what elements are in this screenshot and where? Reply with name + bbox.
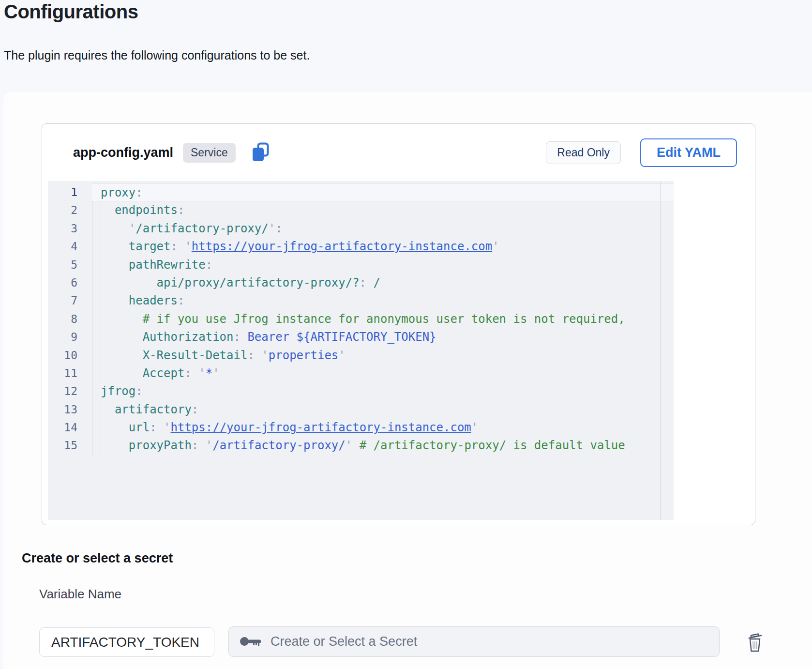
code-token-key: url [129, 421, 150, 434]
code-line: headers: [92, 292, 674, 310]
edit-yaml-button[interactable]: Edit YAML [640, 138, 737, 167]
code-token-str: * [206, 366, 212, 380]
indent-guide [101, 347, 115, 365]
code-line: artifactory: [92, 401, 674, 419]
card-header-right: Read Only Edit YAML [546, 138, 737, 167]
variable-name-label: Variable Name [39, 587, 121, 602]
indent-guide [101, 328, 115, 346]
code-token-q: ' [492, 240, 499, 253]
code-line: # if you use Jfrog instance for anonymou… [92, 310, 674, 328]
code-token-plain [352, 439, 359, 452]
code-token-key: /artifactory-proxy/ [135, 222, 269, 235]
indent-guide [115, 274, 129, 292]
editor-content: proxy:endpoints:'/artifactory-proxy/':ta… [92, 183, 674, 455]
line-number: 5 [48, 256, 77, 274]
code-line: api/proxy/artifactory-proxy/?: / [92, 274, 674, 292]
code-token-link[interactable]: https://your-jfrog-artifactory-instance.… [192, 240, 492, 253]
variable-name-input[interactable] [39, 627, 214, 657]
code-token-key: X-Result-Detail [143, 349, 248, 362]
key-icon [240, 636, 262, 648]
code-token-str: Bearer ${ARTIFACTORY_TOKEN} [247, 330, 436, 344]
code-line: '/artifactory-proxy/': [92, 220, 674, 238]
read-only-button[interactable]: Read Only [546, 141, 621, 164]
line-number: 9 [48, 328, 77, 346]
code-line: Authorization: Bearer ${ARTIFACTORY_TOKE… [92, 328, 674, 346]
indent-guide [115, 365, 129, 382]
indent-guide [129, 328, 143, 346]
code-token-punc: : [170, 240, 184, 253]
code-token-q: ' [206, 439, 212, 452]
indent-guide [129, 347, 143, 365]
code-token-link[interactable]: https://your-jfrog-artifactory-instance.… [171, 421, 471, 434]
line-number: 3 [48, 220, 77, 238]
config-filename: app-config.yaml [73, 145, 173, 160]
indent-guide [115, 292, 129, 310]
indent-guide [143, 274, 157, 292]
secret-section-heading: Create or select a secret [22, 551, 173, 566]
code-line: url: 'https://your-jfrog-artifactory-ins… [92, 419, 674, 437]
secret-select-field[interactable]: Create or Select a Secret [228, 626, 720, 657]
code-line: proxy: [92, 183, 674, 201]
code-line: Accept: '*' [92, 365, 674, 382]
code-token-str: /artifactory-proxy/ [212, 439, 346, 452]
code-token-comment: # if you use Jfrog instance for anonymou… [143, 312, 625, 326]
code-line: X-Result-Detail: 'properties' [92, 347, 674, 365]
code-token-punc: : [150, 421, 164, 434]
code-token-punc: : [178, 294, 184, 307]
content-panel: app-config.yaml Service Read Only Edit Y… [3, 92, 812, 669]
indent-guide [101, 419, 115, 437]
indent-guide [129, 310, 143, 328]
line-number: 2 [48, 201, 77, 219]
card-header: app-config.yaml Service Read Only Edit Y… [73, 124, 737, 181]
code-token-comment: # /artifactory-proxy/ is default value [360, 439, 625, 452]
trash-icon[interactable] [745, 632, 765, 653]
code-line: endpoints: [92, 201, 674, 219]
code-token-punc: : [247, 349, 261, 362]
code-line: jfrog: [92, 382, 674, 400]
code-token-key: artifactory [115, 403, 192, 416]
indent-guide [101, 437, 115, 455]
code-token-key: proxyPath [129, 439, 192, 452]
code-token-punc: : [192, 439, 206, 452]
code-token-str: properties [269, 349, 339, 362]
indent-guide [115, 256, 129, 274]
line-number: 11 [48, 365, 77, 382]
indent-guide [115, 220, 129, 238]
page-subtitle: The plugin requires the following config… [4, 48, 310, 62]
indent-guide [101, 256, 115, 274]
indent-guide [115, 347, 129, 365]
code-token-key: / [374, 276, 380, 289]
code-token-q: ' [261, 349, 268, 362]
line-number: 4 [48, 238, 77, 256]
code-token-q: ' [198, 366, 205, 380]
editor-scrollbar[interactable] [660, 181, 661, 520]
code-token-punc: : [206, 258, 212, 272]
code-token-punc: : [234, 330, 248, 344]
code-token-q: ' [164, 421, 170, 434]
code-token-key: proxy [101, 186, 135, 199]
code-token-q: ' [346, 439, 352, 452]
indent-guide [101, 201, 115, 219]
indent-guide [101, 292, 115, 310]
page-title: Configurations [4, 1, 138, 23]
copy-icon[interactable] [251, 142, 271, 163]
indent-guide [129, 365, 143, 382]
indent-guide [129, 274, 143, 292]
yaml-code-editor[interactable]: 123456789101112131415 proxy:endpoints:'/… [48, 181, 674, 520]
line-number: 6 [48, 274, 77, 292]
code-token-punc: : [360, 276, 374, 289]
indent-guide [101, 310, 115, 328]
indent-guide [115, 437, 129, 455]
code-token-key: pathRewrite [129, 258, 206, 272]
code-token-punc: : [192, 403, 198, 416]
secret-select-placeholder: Create or Select a Secret [271, 634, 417, 649]
code-token-punc: : [135, 384, 142, 398]
code-token-punc: : [178, 203, 184, 217]
line-number: 13 [48, 401, 77, 419]
code-token-q: ' [269, 222, 275, 235]
code-line: target: 'https://your-jfrog-artifactory-… [92, 238, 674, 256]
code-token-key: target [129, 240, 171, 253]
code-line: proxyPath: '/artifactory-proxy/' # /arti… [92, 437, 674, 455]
indent-guide [115, 310, 129, 328]
line-number: 12 [48, 382, 77, 400]
